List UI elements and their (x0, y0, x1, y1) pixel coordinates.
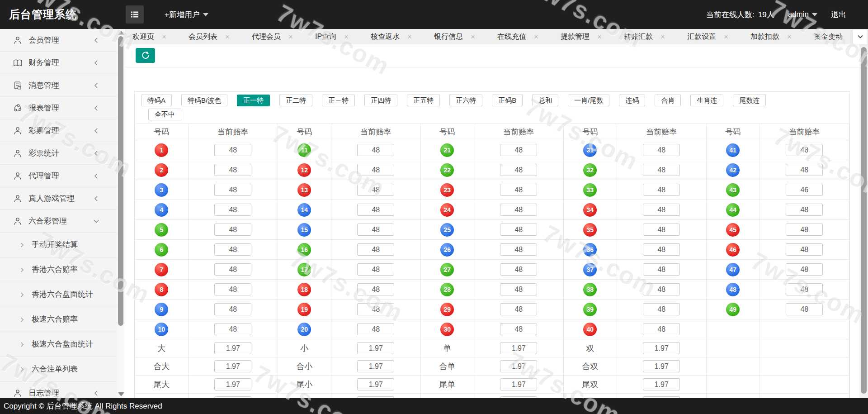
odds-input[interactable] (214, 204, 251, 216)
sidebar-item-代理管理[interactable]: 代理管理 (0, 165, 117, 187)
odds-input[interactable] (500, 164, 537, 176)
odds-input[interactable] (643, 204, 680, 216)
odds-input[interactable] (357, 164, 394, 176)
odds-input[interactable] (500, 144, 537, 156)
filter-button-尾数连[interactable]: 尾数连 (733, 95, 766, 106)
odds-input[interactable] (643, 144, 680, 156)
odds-input[interactable] (643, 303, 680, 315)
filter-button-正三特[interactable]: 正三特 (322, 95, 355, 106)
odds-input[interactable] (786, 204, 823, 216)
odds-input[interactable] (643, 164, 680, 176)
odds-input[interactable] (214, 263, 251, 276)
close-icon[interactable]: × (471, 33, 475, 41)
filter-button-合肖[interactable]: 合肖 (655, 95, 681, 106)
close-icon[interactable]: × (724, 33, 728, 41)
odds-input[interactable] (500, 360, 537, 372)
sidebar-scrollbar[interactable] (117, 29, 125, 398)
filter-button-全不中[interactable]: 全不中 (148, 109, 181, 120)
odds-input[interactable] (786, 283, 823, 295)
logout-button[interactable]: 退出 (831, 10, 846, 20)
main-scrollbar-thumb[interactable] (861, 47, 867, 394)
odds-input[interactable] (214, 243, 251, 256)
odds-input[interactable] (500, 303, 537, 315)
sidebar-item-六合彩管理[interactable]: 六合彩管理 (0, 210, 117, 233)
odds-input[interactable] (643, 283, 680, 295)
odds-input[interactable] (500, 283, 537, 295)
sidebar-item-报表管理[interactable]: 报表管理 (0, 97, 117, 119)
odds-input[interactable] (500, 378, 537, 390)
scroll-down-icon[interactable] (118, 392, 124, 396)
odds-input[interactable] (357, 204, 394, 216)
close-icon[interactable]: × (162, 33, 166, 41)
odds-input[interactable] (357, 263, 394, 276)
sidebar-subitem-六合注单列表[interactable]: 六合注单列表 (0, 357, 117, 382)
sidebar-scrollbar-thumb[interactable] (118, 36, 123, 326)
menu-toggle-button[interactable] (126, 5, 144, 24)
tab-欢迎页[interactable]: 欢迎页× (132, 32, 166, 42)
odds-input[interactable] (643, 378, 680, 390)
sidebar-item-财务管理[interactable]: 财务管理 (0, 52, 117, 74)
filter-button-正六特[interactable]: 正六特 (449, 95, 482, 106)
odds-input[interactable] (357, 144, 394, 156)
odds-input[interactable] (643, 360, 680, 372)
odds-input[interactable] (786, 303, 823, 315)
close-icon[interactable]: × (344, 33, 349, 41)
odds-input[interactable] (357, 360, 394, 372)
tab-加款扣款[interactable]: 加款扣款× (750, 32, 792, 42)
odds-input[interactable] (500, 342, 537, 354)
odds-input[interactable] (214, 323, 251, 335)
odds-input[interactable] (786, 263, 823, 276)
sidebar-item-真人游戏管理[interactable]: 真人游戏管理 (0, 187, 117, 210)
sidebar-subitem-极速六合盘面统计[interactable]: 极速六合盘面统计 (0, 332, 117, 357)
close-icon[interactable]: × (225, 33, 230, 41)
tab-会员列表[interactable]: 会员列表× (189, 32, 230, 42)
filter-button-一肖/尾数[interactable]: 一肖/尾数 (568, 95, 609, 106)
tab-核查返水[interactable]: 核查返水× (371, 32, 412, 42)
odds-input[interactable] (643, 342, 680, 354)
filter-button-特码A[interactable]: 特码A (141, 95, 172, 106)
odds-input[interactable] (214, 224, 251, 236)
odds-input[interactable] (357, 303, 394, 315)
odds-input[interactable] (214, 303, 251, 315)
odds-input[interactable] (500, 323, 537, 335)
tabs-more-button[interactable] (853, 29, 868, 44)
odds-input[interactable] (214, 283, 251, 295)
odds-input[interactable] (500, 263, 537, 276)
filter-button-连码[interactable]: 连码 (619, 95, 645, 106)
close-icon[interactable]: × (288, 33, 293, 41)
add-user-dropdown[interactable]: +新增用户 (165, 0, 208, 29)
filter-button-生肖连[interactable]: 生肖连 (690, 95, 723, 106)
tab-在线充值[interactable]: 在线充值× (497, 32, 538, 42)
sidebar-subitem-极速六合赔率[interactable]: 极速六合赔率 (0, 307, 117, 332)
refresh-button[interactable] (136, 48, 155, 63)
odds-input[interactable] (643, 263, 680, 276)
odds-input[interactable] (786, 144, 823, 156)
main-scrollbar[interactable] (859, 44, 868, 398)
odds-input[interactable] (786, 164, 823, 176)
admin-dropdown[interactable]: admin (788, 10, 817, 19)
odds-input[interactable] (643, 184, 680, 196)
tab-提款管理[interactable]: 提款管理× (561, 32, 602, 42)
odds-input[interactable] (357, 378, 394, 390)
odds-input[interactable] (500, 184, 537, 196)
odds-input[interactable] (786, 243, 823, 256)
odds-input[interactable] (786, 184, 823, 196)
odds-input[interactable] (357, 342, 394, 354)
close-icon[interactable]: × (787, 33, 792, 41)
odds-input[interactable] (500, 224, 537, 236)
odds-input[interactable] (214, 144, 251, 156)
filter-button-特码B/波色[interactable]: 特码B/波色 (181, 95, 227, 106)
odds-input[interactable] (357, 224, 394, 236)
odds-input[interactable] (214, 164, 251, 176)
tab-资金变动[interactable]: 资金变动 (814, 32, 843, 42)
sidebar-item-日志管理[interactable]: 日志管理 (0, 382, 117, 398)
filter-button-正二特[interactable]: 正二特 (279, 95, 312, 106)
odds-input[interactable] (214, 378, 251, 390)
scroll-up-icon[interactable] (118, 31, 124, 35)
odds-input[interactable] (214, 360, 251, 372)
sidebar-item-彩票管理[interactable]: 彩票管理 (0, 119, 117, 142)
close-icon[interactable]: × (407, 33, 412, 41)
sidebar-item-消息管理[interactable]: 消息管理 (0, 74, 117, 97)
odds-input[interactable] (214, 184, 251, 196)
sidebar-subitem-香港六合赔率[interactable]: 香港六合赔率 (0, 257, 117, 282)
